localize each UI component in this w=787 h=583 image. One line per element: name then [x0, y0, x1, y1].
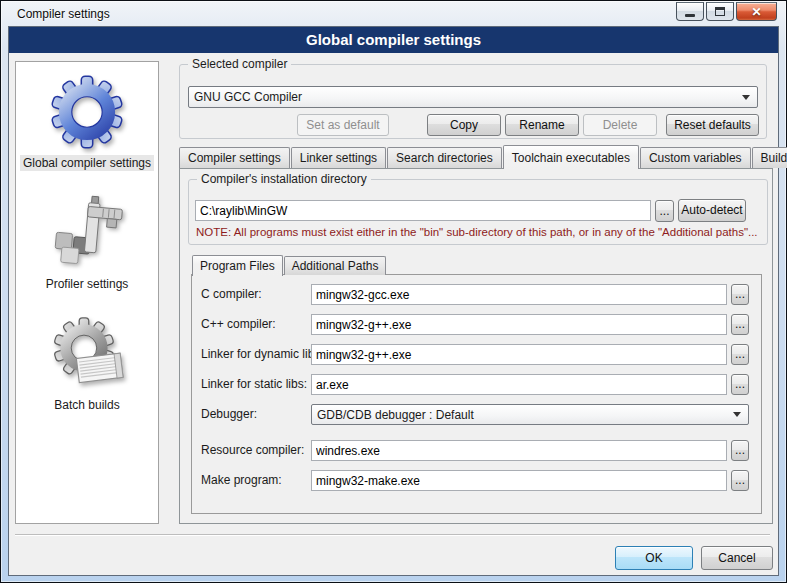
- form-row-make-program: Make program:...: [192, 470, 761, 492]
- sidebar-item-batch-builds[interactable]: Batch builds: [49, 316, 125, 413]
- sidebar-item-label: Global compiler settings: [20, 155, 154, 171]
- window-title: Compiler settings: [17, 7, 110, 21]
- rename-button[interactable]: Rename: [505, 114, 579, 136]
- resource-compiler-label: Resource compiler:: [201, 443, 304, 457]
- form-row-c-compiler: C++ compiler:...: [192, 314, 761, 336]
- installation-directory-group: Compiler's installation directory ... Au…: [188, 179, 768, 245]
- linker-for-static-libs-input[interactable]: [311, 374, 727, 395]
- reset-defaults-button[interactable]: Reset defaults: [666, 114, 759, 136]
- c-compiler-browse-button[interactable]: ...: [731, 314, 749, 335]
- make-program-label: Make program:: [201, 473, 282, 487]
- make-program-browse-button[interactable]: ...: [731, 470, 749, 491]
- close-icon: ✕: [751, 6, 761, 18]
- linker-for-static-libs-label: Linker for static libs:: [201, 377, 307, 391]
- debugger-select[interactable]: GDB/CDB debugger : Default: [311, 404, 749, 425]
- compiler-select[interactable]: GNU GCC Compiler: [188, 86, 758, 108]
- form-row-c-compiler: C compiler:...: [192, 284, 761, 306]
- selected-compiler-legend: Selected compiler: [188, 57, 291, 71]
- subtab-bar: Program FilesAdditional Paths: [192, 254, 387, 275]
- linker-for-dynamic-libs-input[interactable]: [311, 344, 727, 365]
- chevron-down-icon: [733, 412, 741, 417]
- c-compiler-input[interactable]: [311, 284, 727, 305]
- tab-custom-variables[interactable]: Custom variables: [640, 147, 751, 168]
- tab-search-directories[interactable]: Search directories: [387, 147, 502, 168]
- make-program-input[interactable]: [311, 470, 727, 491]
- titlebar[interactable]: Compiler settings ✕: [1, 1, 786, 26]
- tab-build-options[interactable]: Build options: [752, 147, 787, 168]
- chevron-down-icon: [742, 95, 750, 100]
- installation-note: NOTE: All programs must exist either in …: [196, 226, 758, 238]
- installation-directory-legend: Compiler's installation directory: [197, 172, 371, 186]
- debugger-label: Debugger:: [201, 407, 257, 421]
- tab-compiler-settings[interactable]: Compiler settings: [179, 147, 290, 168]
- dialog-body: Global compiler settings Global compiler…: [8, 26, 779, 576]
- cancel-button[interactable]: Cancel: [701, 546, 773, 570]
- caliper-icon: [49, 195, 125, 271]
- form-row-linker-for-dynamic-libs: Linker for dynamic libs:...: [192, 344, 761, 366]
- subtab-additional-paths[interactable]: Additional Paths: [284, 256, 387, 275]
- sidebar-item-global-compiler-settings[interactable]: Global compiler settings: [20, 74, 154, 171]
- resource-compiler-input[interactable]: [311, 440, 727, 461]
- form-row-linker-for-static-libs: Linker for static libs:...: [192, 374, 761, 396]
- c-compiler-browse-button[interactable]: ...: [731, 284, 749, 305]
- tab-linker-settings[interactable]: Linker settings: [291, 147, 386, 168]
- close-button[interactable]: ✕: [736, 2, 777, 21]
- page-title: Global compiler settings: [9, 27, 778, 53]
- installation-directory-input[interactable]: [195, 200, 651, 221]
- compiler-settings-window: Compiler settings ✕ Global compiler sett…: [0, 0, 787, 583]
- maximize-button[interactable]: [706, 2, 734, 21]
- sidebar: Global compiler settings Profiler settin…: [15, 61, 159, 524]
- auto-detect-button[interactable]: Auto-detect: [678, 199, 746, 222]
- caption-buttons: ✕: [674, 2, 777, 21]
- linker-for-dynamic-libs-browse-button[interactable]: ...: [731, 344, 749, 365]
- installation-browse-button[interactable]: ...: [655, 200, 674, 222]
- tab-toolchain-executables[interactable]: Toolchain executables: [503, 145, 639, 169]
- sidebar-item-label: Profiler settings: [43, 276, 132, 292]
- sidebar-item-label: Batch builds: [51, 397, 122, 413]
- maximize-icon: [715, 7, 725, 16]
- c-compiler-label: C compiler:: [201, 287, 262, 301]
- c-compiler-label: C++ compiler:: [201, 317, 276, 331]
- minimize-button[interactable]: [676, 2, 704, 21]
- resource-compiler-browse-button[interactable]: ...: [731, 440, 749, 461]
- gray-gear-icon: [49, 316, 125, 392]
- selected-compiler-group: Selected compiler GNU GCC Compiler Set a…: [179, 64, 767, 139]
- footer-separator: [15, 534, 770, 536]
- blue-gear-icon: [49, 74, 125, 150]
- compiler-select-value: GNU GCC Compiler: [189, 90, 738, 104]
- form-row-debugger: Debugger:GDB/CDB debugger : Default: [192, 404, 761, 426]
- minimize-icon: [685, 14, 695, 17]
- copy-button[interactable]: Copy: [427, 114, 501, 136]
- ok-button[interactable]: OK: [615, 546, 693, 570]
- delete-button[interactable]: Delete: [583, 114, 657, 136]
- tab-bar: Compiler settingsLinker settingsSearch d…: [179, 144, 774, 168]
- debugger-value: GDB/CDB debugger : Default: [312, 408, 729, 422]
- subtab-program-files[interactable]: Program Files: [192, 255, 283, 276]
- set-as-default-button[interactable]: Set as default: [297, 114, 389, 136]
- c-compiler-input[interactable]: [311, 314, 727, 335]
- form-row-resource-compiler: Resource compiler:...: [192, 440, 761, 462]
- toolchain-executables-panel: Compiler's installation directory ... Au…: [179, 168, 773, 524]
- program-files-panel: C compiler:...C++ compiler:...Linker for…: [191, 274, 762, 514]
- linker-for-static-libs-browse-button[interactable]: ...: [731, 374, 749, 395]
- sidebar-item-profiler-settings[interactable]: Profiler settings: [43, 195, 132, 292]
- linker-for-dynamic-libs-label: Linker for dynamic libs:: [201, 347, 324, 361]
